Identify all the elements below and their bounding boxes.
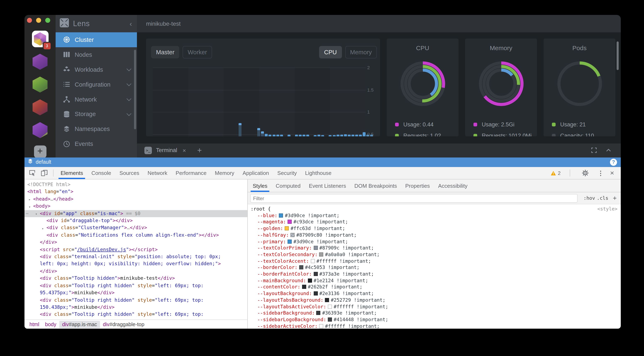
css-variable-layoutTabsBackground[interactable]: --layoutTabsBackground:#252729 !importan… xyxy=(251,297,618,304)
breadcrumb-item-body[interactable]: body xyxy=(42,321,59,328)
dom-node[interactable]: ▸<head>…</head> xyxy=(24,196,247,203)
dom-node[interactable]: left: 0px; height: 0px; visibility: hidd… xyxy=(24,260,247,268)
expand-arrow-open-icon[interactable]: ▾ xyxy=(29,203,31,210)
dom-node[interactable]: ▸<div class="ClusterManager">…</div> xyxy=(24,224,247,232)
css-variable-layoutBackground[interactable]: --layoutBackground:#2e3136 !important; xyxy=(251,291,618,297)
css-variable-borderFaintColor[interactable]: --borderFaintColor:#373a3e !important; xyxy=(251,271,618,277)
sidebar-scrollbar[interactable] xyxy=(134,50,136,129)
cluster-icon-2[interactable] xyxy=(32,53,48,70)
color-swatch[interactable] xyxy=(302,285,306,289)
css-variable-magenta[interactable]: --magenta:#c93dce !important; xyxy=(251,219,618,225)
devtools-tab-console[interactable]: Console xyxy=(87,167,115,179)
node-filter-worker-button[interactable]: Worker xyxy=(183,46,212,58)
device-toolbar-icon[interactable] xyxy=(40,169,48,177)
styles-rules[interactable]: :root { <style> --blue:#3d90ce !importan… xyxy=(248,204,621,329)
sidebar-item-cluster[interactable]: Cluster xyxy=(56,32,137,47)
cluster-icon-5[interactable] xyxy=(32,122,48,138)
breadcrumb-item-html[interactable]: html xyxy=(26,321,42,328)
color-swatch[interactable] xyxy=(328,304,332,309)
css-variable-borderColor[interactable]: --borderColor:#4c5053 !important; xyxy=(251,265,618,271)
css-variable-textColorAccent[interactable]: --textColorAccent:#ffffff !important; xyxy=(251,258,618,264)
css-variable-mainBackground[interactable]: --mainBackground:#1e2124 !important; xyxy=(251,277,618,284)
dom-node[interactable]: <!DOCTYPE html> xyxy=(24,181,247,188)
expand-arrow-closed-icon[interactable]: ▸ xyxy=(42,225,44,232)
color-swatch[interactable] xyxy=(314,291,318,296)
terminal-tab[interactable]: Terminal xyxy=(156,147,177,154)
dom-node[interactable]: <html lang="en"> xyxy=(24,188,247,196)
color-swatch[interactable] xyxy=(308,278,312,282)
color-swatch[interactable] xyxy=(316,311,320,315)
terminal-fullscreen-icon[interactable] xyxy=(591,147,597,154)
metric-toggle-cpu-button[interactable]: CPU xyxy=(319,46,342,58)
color-swatch[interactable] xyxy=(310,259,315,263)
style-source-link[interactable]: <style> xyxy=(597,206,618,212)
minimize-window-button[interactable] xyxy=(36,18,41,23)
sidebar-item-configuration[interactable]: Configuration xyxy=(56,77,137,92)
devtools-tab-security[interactable]: Security xyxy=(273,167,301,179)
color-swatch[interactable] xyxy=(325,298,329,302)
new-style-rule-button[interactable]: + xyxy=(613,192,616,204)
cluster-icon-3[interactable] xyxy=(32,76,48,93)
css-variable-sidebarActiveColor[interactable]: --sidebarActiveColor:#ffffff !important; xyxy=(251,323,618,329)
dom-node[interactable]: ▾<body> xyxy=(24,203,247,210)
devtools-tab-application[interactable]: Application xyxy=(238,167,273,179)
dom-node[interactable]: <div id="draggable-top"></div> xyxy=(24,217,247,224)
dom-node[interactable]: <div class="Tooltip right hidden" style=… xyxy=(24,282,247,289)
sidebar-item-workloads[interactable]: Workloads xyxy=(56,62,137,77)
dom-node[interactable]: </div> xyxy=(24,239,247,246)
node-filter-master-button[interactable]: Master xyxy=(151,46,180,58)
metric-toggle-memory-button[interactable]: Memory xyxy=(345,46,377,58)
sidebar-item-namespaces[interactable]: Namespaces xyxy=(56,122,137,137)
dom-node[interactable]: <div class="Tooltip right hidden" style=… xyxy=(24,311,247,318)
css-variable-textColorPrimary[interactable]: --textColorPrimary:#87909c !important; xyxy=(251,245,618,251)
styles-tab-properties[interactable]: Properties xyxy=(401,180,434,192)
color-swatch[interactable] xyxy=(319,324,324,328)
settings-gear-icon[interactable] xyxy=(581,169,589,177)
styles-tab-dom-breakpoints[interactable]: DOM Breakpoints xyxy=(350,180,401,192)
styles-tab-event-listeners[interactable]: Event Listeners xyxy=(305,180,350,192)
toggle-pseudo-button[interactable]: :hov xyxy=(584,192,595,204)
cluster-icon-active[interactable]: 3 xyxy=(32,31,48,47)
color-swatch[interactable] xyxy=(288,220,292,224)
dom-node[interactable]: </div> xyxy=(24,268,247,275)
devtools-tab-lighthouse[interactable]: Lighthouse xyxy=(301,167,336,179)
add-cluster-button[interactable]: + xyxy=(34,146,46,158)
devtools-tab-memory[interactable]: Memory xyxy=(210,167,238,179)
node-overflow-menu[interactable]: ⋯ xyxy=(26,210,29,217)
devtools-tab-performance[interactable]: Performance xyxy=(172,167,211,179)
active-context-label[interactable]: default xyxy=(36,159,51,165)
styles-tab-styles[interactable]: Styles xyxy=(248,180,272,192)
dom-node[interactable]: <script src="/build/LensDev.js"></script… xyxy=(24,246,247,253)
styles-tab-computed[interactable]: Computed xyxy=(272,180,305,192)
css-variable-golden[interactable]: --golden:#ffc63d !important; xyxy=(251,225,618,232)
dom-node[interactable]: 150.438px;">minikube</div> xyxy=(24,304,247,311)
css-variable-halfGray[interactable]: --halfGray:#87909c80 !important; xyxy=(251,232,618,238)
cluster-icon-4[interactable] xyxy=(32,99,48,116)
color-swatch[interactable] xyxy=(290,233,294,237)
dom-node[interactable]: <div class="Tooltip hidden">minikube-tes… xyxy=(24,275,247,282)
close-window-button[interactable] xyxy=(27,18,32,23)
css-variable-primary[interactable]: --primary:#3d90ce !important; xyxy=(251,238,618,245)
color-swatch[interactable] xyxy=(299,265,303,270)
dom-node[interactable]: <div class="Tooltip right hidden" style=… xyxy=(24,297,247,304)
dom-node[interactable]: <div class="terminal-init" style="positi… xyxy=(24,253,247,260)
sidebar-item-nodes[interactable]: Nodes xyxy=(56,47,137,62)
devtools-tab-network[interactable]: Network xyxy=(143,167,171,179)
zoom-window-button[interactable] xyxy=(45,18,50,23)
styles-tab-accessibility[interactable]: Accessibility xyxy=(434,180,472,192)
color-swatch[interactable] xyxy=(314,246,318,250)
devtools-tab-sources[interactable]: Sources xyxy=(115,167,143,179)
color-swatch[interactable] xyxy=(319,252,324,257)
color-swatch[interactable] xyxy=(285,226,289,230)
color-swatch[interactable] xyxy=(288,239,292,243)
breadcrumb-item-div-app-is-mac[interactable]: div#app.is-mac xyxy=(59,321,100,328)
sidebar-item-storage[interactable]: Storage xyxy=(56,107,137,122)
elements-tree[interactable]: <!DOCTYPE html><html lang="en">▸<head>…<… xyxy=(24,179,247,320)
expand-arrow-closed-icon[interactable]: ▸ xyxy=(29,196,31,203)
terminal-collapse-icon[interactable] xyxy=(606,147,612,154)
console-warnings-badge[interactable]: 2 xyxy=(551,170,560,176)
color-swatch[interactable] xyxy=(279,213,283,217)
dom-node[interactable]: <div class="Notifications flex column al… xyxy=(24,232,247,239)
toggle-class-button[interactable]: .cls xyxy=(597,192,608,204)
color-swatch[interactable] xyxy=(328,318,332,322)
